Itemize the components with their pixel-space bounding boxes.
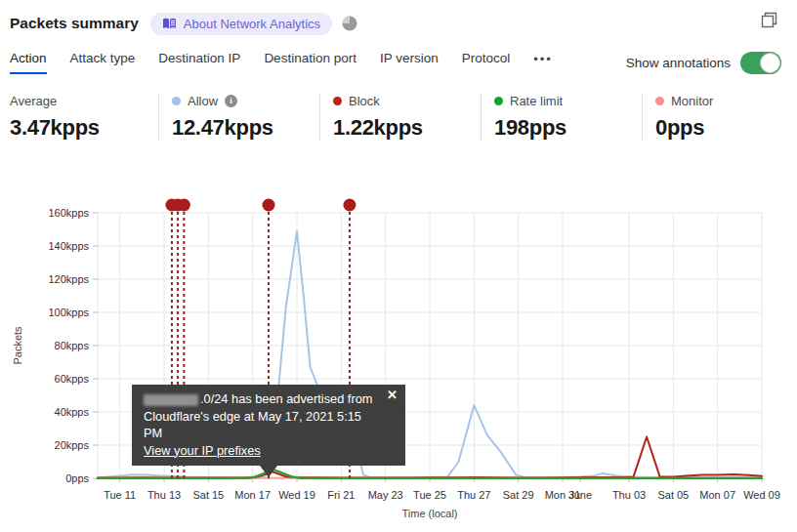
page-title: Packets summary xyxy=(10,15,139,32)
tab-action[interactable]: Action xyxy=(10,51,47,74)
stat-rate-limit: Rate limit198pps xyxy=(481,93,642,141)
book-icon xyxy=(162,18,177,30)
stat-label: Average xyxy=(10,94,57,108)
x-tick-label: Thu 27 xyxy=(457,489,490,501)
stat-value: 3.47kpps xyxy=(10,115,158,141)
annotation-dot[interactable] xyxy=(178,199,190,212)
annotation-tooltip: .0/24 has been advertised from Cloudflar… xyxy=(132,385,405,466)
x-tick-label: Wed 09 xyxy=(743,489,780,501)
stat-label: Allow xyxy=(188,94,218,108)
tab-ip-version[interactable]: IP version xyxy=(380,51,439,74)
x-tick-label: June xyxy=(568,489,592,501)
stat-label: Monitor xyxy=(671,94,713,108)
stat-label: Block xyxy=(349,94,380,108)
tab-destination-ip[interactable]: Destination IP xyxy=(158,51,240,74)
copy-icon[interactable] xyxy=(761,12,777,32)
legend-dot xyxy=(172,97,181,105)
stat-block: Block1.22kpps xyxy=(319,93,481,141)
y-tick-label: 0pps xyxy=(65,472,89,484)
redacted-ip-prefix xyxy=(144,394,198,406)
x-tick-label: Sat 05 xyxy=(657,489,689,501)
y-tick-label: 60kpps xyxy=(55,373,90,385)
badge-label: About Network Analytics xyxy=(184,17,320,31)
y-tick-label: 160kpps xyxy=(48,207,89,219)
packets-summary-panel: { "header": { "title": "Packets summary"… xyxy=(0,0,797,532)
tabs-more-button[interactable]: ••• xyxy=(533,52,553,73)
y-tick-label: 80kpps xyxy=(55,340,90,351)
legend-dot xyxy=(655,97,664,105)
tab-protocol[interactable]: Protocol xyxy=(462,51,511,74)
x-tick-label: May 23 xyxy=(368,489,403,501)
legend-dot xyxy=(494,97,503,105)
info-icon[interactable]: i xyxy=(225,95,237,107)
stat-value: 198pps xyxy=(494,115,642,141)
show-annotations-control: Show annotations xyxy=(626,52,781,74)
show-annotations-toggle[interactable] xyxy=(740,52,781,74)
stat-value: 0pps xyxy=(655,115,797,141)
y-tick-label: 100kpps xyxy=(48,307,89,318)
tab-destination-port[interactable]: Destination port xyxy=(264,51,357,74)
about-network-analytics-badge[interactable]: About Network Analytics xyxy=(150,13,332,35)
annotation-dot[interactable] xyxy=(343,199,356,212)
legend-dot xyxy=(333,97,342,105)
annotation-dot[interactable] xyxy=(262,199,274,212)
toggle-knob xyxy=(760,53,780,73)
x-tick-label: Sat 15 xyxy=(192,489,224,501)
stat-value: 12.47kpps xyxy=(172,115,319,141)
x-tick-label: Thu 03 xyxy=(612,489,646,501)
x-axis-title: Time (local) xyxy=(401,508,457,519)
x-tick-label: Fri 21 xyxy=(327,489,355,501)
y-tick-label: 40kpps xyxy=(55,406,90,418)
x-tick-label: Wed 19 xyxy=(278,489,315,501)
stat-average: Average3.47kpps xyxy=(10,93,158,141)
tooltip-line-2: Cloudflare's edge at May 17, 2021 5:15 P… xyxy=(144,408,380,442)
show-annotations-label: Show annotations xyxy=(626,56,731,70)
view-ip-prefixes-link[interactable]: View your IP prefixes xyxy=(144,443,261,458)
y-tick-label: 140kpps xyxy=(48,240,89,252)
x-tick-label: Sat 29 xyxy=(503,489,534,501)
tabs-bar: ActionAttack typeDestination IPDestinati… xyxy=(10,51,781,74)
tab-attack-type[interactable]: Attack type xyxy=(70,51,136,74)
x-tick-label: Mon 17 xyxy=(234,489,271,501)
y-tick-label: 120kpps xyxy=(48,273,89,285)
x-tick-label: Tue 25 xyxy=(413,489,446,501)
x-tick-label: Thu 13 xyxy=(147,489,181,501)
header: Packets summary About Network Analytics xyxy=(10,10,768,37)
stat-label: Rate limit xyxy=(510,94,563,108)
stats-row: Average3.47kppsAllowi12.47kppsBlock1.22k… xyxy=(10,93,797,141)
pie-chart-icon[interactable] xyxy=(342,16,357,31)
tooltip-line-1: .0/24 has been advertised from xyxy=(144,390,380,408)
tooltip-close-icon[interactable]: ✕ xyxy=(387,389,398,402)
stat-value: 1.22kpps xyxy=(333,115,481,141)
tooltip-arrow xyxy=(260,466,277,477)
y-axis-title: Packets xyxy=(12,326,23,365)
x-tick-label: Tue 11 xyxy=(104,489,136,501)
stat-monitor: Monitor0pps xyxy=(642,93,797,141)
stat-allow: Allowi12.47kpps xyxy=(158,93,319,141)
x-tick-label: Mon 07 xyxy=(699,489,735,501)
y-tick-label: 20kpps xyxy=(55,439,90,451)
